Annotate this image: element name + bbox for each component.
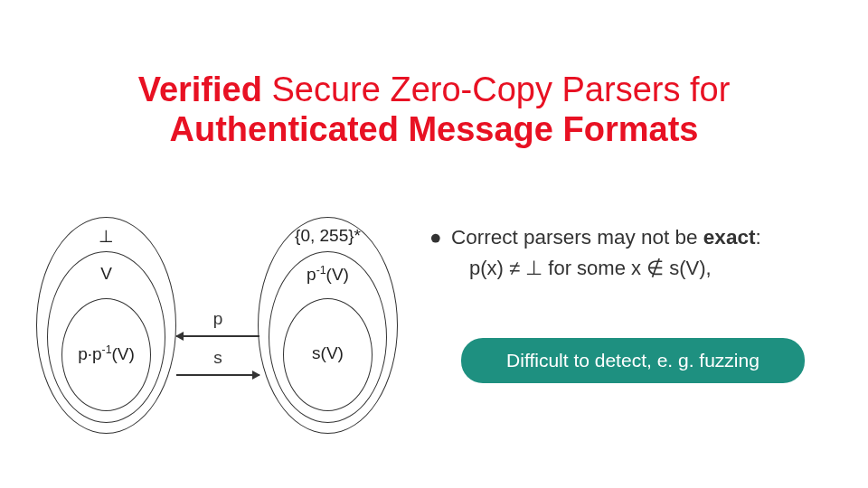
title-part3: Authenticated Message Formats bbox=[170, 110, 699, 148]
bullet-1-bold: exact bbox=[703, 226, 756, 249]
arrow-s-line bbox=[176, 374, 259, 376]
arrow-s: s bbox=[176, 342, 259, 374]
bullet-1-post: : bbox=[755, 226, 760, 249]
arrow-p-line bbox=[176, 335, 259, 337]
arrow-p: p bbox=[176, 303, 259, 335]
callout-text: Difficult to detect, e. g. fuzzing bbox=[506, 350, 760, 371]
left-inner-pre: p·p bbox=[78, 344, 101, 363]
bullet-list: ● Correct parsers may not be exact: p(x)… bbox=[429, 224, 841, 282]
bullet-1-pre: Correct parsers may not be bbox=[451, 226, 703, 249]
left-outer-label: ⊥ bbox=[36, 226, 176, 247]
left-inner-label: p·p-1(V) bbox=[61, 343, 151, 364]
left-inner-post: (V) bbox=[112, 344, 135, 363]
bullet-1-sub: p(x) ≠ ⊥ for some x ∉ s(V), bbox=[469, 255, 841, 282]
bullet-1: ● Correct parsers may not be exact: bbox=[429, 224, 841, 251]
mapping-arrows: p s bbox=[176, 303, 259, 371]
slide: Verified Secure Zero-Copy Parsers for Au… bbox=[0, 0, 868, 488]
arrow-s-label: s bbox=[213, 348, 222, 368]
venn-diagram: ⊥ V p·p-1(V) {0, 255}* p-1(V) s(V) p s bbox=[36, 217, 407, 461]
right-mid-post: (V) bbox=[326, 265, 349, 284]
title-part1: Verified bbox=[138, 70, 262, 108]
right-inner-label: s(V) bbox=[283, 343, 373, 363]
left-mid-label: V bbox=[47, 264, 165, 284]
right-outer-label: {0, 255}* bbox=[258, 226, 398, 246]
callout-pill: Difficult to detect, e. g. fuzzing bbox=[461, 338, 805, 383]
right-mid-label: p-1(V) bbox=[269, 264, 387, 285]
slide-title: Verified Secure Zero-Copy Parsers for Au… bbox=[0, 70, 868, 149]
arrow-p-label: p bbox=[213, 309, 223, 329]
left-inner-sup: -1 bbox=[102, 343, 112, 356]
right-mid-sup: -1 bbox=[316, 264, 326, 277]
right-mid-pre: p bbox=[307, 265, 316, 284]
bullet-dot-icon: ● bbox=[429, 224, 451, 251]
bullet-1-text: Correct parsers may not be exact: bbox=[451, 224, 841, 251]
title-part2: Secure Zero-Copy Parsers for bbox=[262, 70, 730, 108]
